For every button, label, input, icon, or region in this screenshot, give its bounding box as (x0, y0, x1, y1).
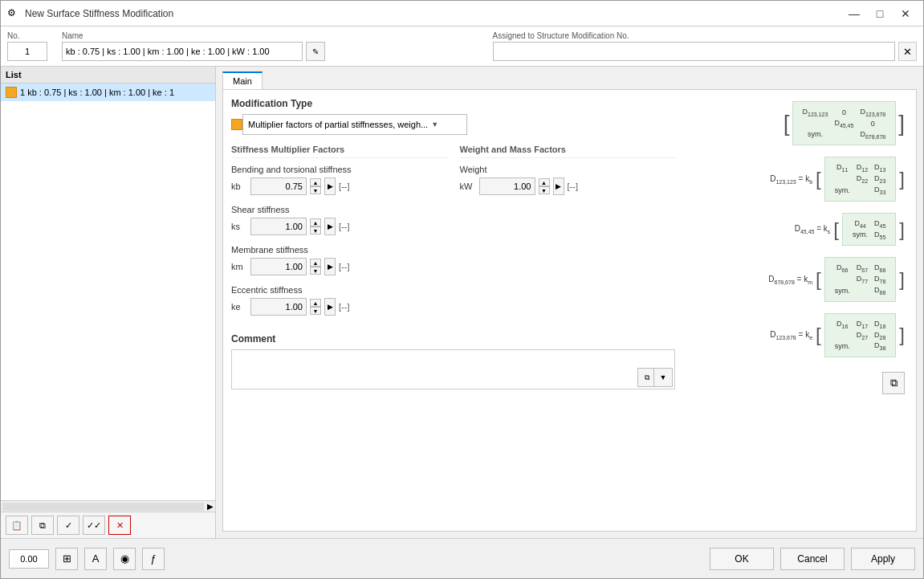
kw-arrow-btn[interactable]: ▶ (553, 177, 564, 195)
table-row: sym. D33 (832, 185, 889, 196)
edit-name-button[interactable]: ✎ (306, 42, 325, 61)
bending-group: Bending and torsional stiffness kb ▲ ▼ ▶ (231, 165, 447, 195)
kb-input[interactable] (250, 177, 307, 195)
matrix-cell (831, 129, 857, 141)
kw-down-btn[interactable]: ▼ (539, 186, 550, 194)
window-controls: — □ ✕ (843, 4, 917, 23)
top-matrix-visual: D123,123 0 D123,678 D45,45 0 (792, 101, 897, 145)
no-section: No. (7, 31, 55, 61)
ke-label: ke (231, 302, 247, 312)
tab-main[interactable]: Main (222, 71, 263, 89)
kw-input[interactable] (479, 177, 535, 195)
assigned-label: Assigned to Structure Modification No. (493, 31, 918, 40)
top-matrix-container: [ D123,123 0 D123,678 (784, 101, 905, 145)
matrix-cell: D33 (871, 185, 889, 196)
ks-up-btn[interactable]: ▲ (310, 218, 321, 226)
km-label: km (231, 262, 247, 271)
formula-button[interactable]: ƒ (142, 548, 165, 570)
matrix4-table: D16 D17 D18 D27 D28 sym (832, 319, 889, 352)
kb-up-btn[interactable]: ▲ (310, 178, 321, 186)
matrix3-table: D66 D67 D68 D77 D78 sym (832, 263, 889, 296)
minimize-button[interactable]: — (843, 4, 865, 23)
comment-dropdown-button[interactable]: ▼ (653, 368, 673, 387)
grid-button[interactable]: ⊞ (55, 548, 78, 570)
delete-button[interactable]: ✕ (108, 516, 131, 535)
km-arrow-btn[interactable]: ▶ (324, 258, 336, 275)
matrix4-visual: D16 D17 D18 D27 D28 sym (824, 313, 897, 357)
add-button[interactable]: 📋 (6, 516, 28, 535)
table-row: sym. D678,678 (800, 129, 889, 141)
cancel-button[interactable]: Cancel (780, 548, 845, 570)
ke-input[interactable] (250, 298, 307, 316)
km-input[interactable] (250, 258, 307, 275)
comment-textarea[interactable] (234, 352, 673, 387)
ks-input[interactable] (250, 218, 307, 235)
modification-type-section: Modification Type Multiplier factors of … (231, 98, 675, 135)
matrix-cell: D16 (832, 319, 853, 330)
kw-bracket[interactable]: [--] (568, 181, 578, 191)
no-input[interactable] (7, 42, 47, 61)
maximize-button[interactable]: □ (869, 4, 891, 23)
tab-bar: Main (216, 67, 923, 89)
apply-button[interactable]: Apply (851, 548, 915, 570)
matrix1-table: D11 D12 D13 D22 D23 sym (832, 162, 889, 195)
matrix-cell: D123,123 (800, 107, 832, 118)
km-down-btn[interactable]: ▼ (310, 267, 321, 275)
table-row: D16 D17 D18 (832, 319, 889, 330)
status-value: 0.00 (9, 549, 49, 569)
top-matrix-table: D123,123 0 D123,678 D45,45 0 (800, 107, 889, 140)
mod-type-btn[interactable]: Multiplier factors of partial stiffnesse… (242, 114, 467, 135)
ke-bracket[interactable]: [--] (339, 302, 349, 312)
matrix-copy-button[interactable]: ⧉ (882, 372, 905, 394)
matrix-cell: D28 (871, 330, 889, 341)
assigned-section: Assigned to Structure Modification No. ✕ (493, 31, 918, 61)
top-matrix: [ D123,123 0 D123,678 (784, 101, 905, 145)
mod-type-dropdown[interactable]: Multiplier factors of partial stiffnesse… (231, 114, 675, 135)
kw-row: kW ▲ ▼ ▶ [--] (460, 177, 676, 195)
close-button[interactable]: ✕ (894, 4, 917, 23)
km-bracket[interactable]: [--] (339, 262, 349, 271)
matrix-cell: D77 (853, 274, 871, 285)
name-input[interactable] (62, 42, 303, 61)
ke-arrow-btn[interactable]: ▶ (324, 298, 336, 316)
shear-group: Shear stiffness ks ▲ ▼ ▶ [--] (231, 205, 447, 235)
matrix-cell (853, 285, 871, 296)
ks-down-btn[interactable]: ▼ (310, 226, 321, 234)
duplicate-button[interactable]: ⧉ (31, 516, 54, 535)
assigned-input[interactable] (493, 42, 896, 61)
kb-down-btn[interactable]: ▼ (310, 186, 321, 194)
check-button[interactable]: ✓ (57, 516, 79, 535)
add-icon: 📋 (11, 520, 22, 531)
assigned-action-button[interactable]: ✕ (898, 42, 917, 61)
no-label: No. (7, 31, 55, 40)
text-button[interactable]: A (84, 548, 107, 570)
matrix2-visual: D44 D45 sym. D55 (842, 213, 896, 247)
h-scrollbar[interactable] (2, 503, 204, 511)
m1-bracket-right: ] (899, 168, 905, 190)
ks-bracket[interactable]: [--] (339, 222, 349, 231)
list-item[interactable]: 1 kb : 0.75 | ks : 1.00 | km : 1.00 | ke… (1, 84, 215, 101)
check2-button[interactable]: ✓✓ (83, 516, 105, 535)
kb-bracket[interactable]: [--] (339, 181, 349, 191)
m1-bracket-left: [ (816, 168, 821, 190)
ok-button[interactable]: OK (710, 548, 774, 570)
bottom-bar: 0.00 ⊞ A ◉ ƒ OK Cancel Apply (1, 538, 923, 578)
kb-arrow-btn[interactable]: ▶ (324, 177, 336, 195)
ke-down-btn[interactable]: ▼ (310, 307, 321, 315)
km-up-btn[interactable]: ▲ (310, 259, 321, 267)
top-bracket-left: [ (784, 111, 790, 137)
list-scrollbar[interactable]: ▶ (1, 500, 215, 512)
table-row: D11 D12 D13 (832, 162, 889, 173)
weight-group: Weight kW ▲ ▼ ▶ [--] (460, 165, 676, 195)
mod-type-value: Multiplier factors of partial stiffnesse… (248, 120, 428, 129)
scroll-right-btn[interactable]: ▶ (207, 502, 214, 511)
ks-arrow-btn[interactable]: ▶ (324, 218, 336, 235)
weight-label: Weight (460, 165, 676, 174)
kw-up-btn[interactable]: ▲ (539, 178, 550, 186)
ke-up-btn[interactable]: ▲ (310, 299, 321, 307)
eccentric-group: Eccentric stiffness ke ▲ ▼ ▶ [-- (231, 285, 447, 316)
view-button[interactable]: ◉ (113, 548, 136, 570)
left-form: Modification Type Multiplier factors of … (231, 98, 675, 523)
bottom-right: OK Cancel Apply (710, 548, 915, 570)
table-row: D77 D78 (832, 274, 889, 285)
